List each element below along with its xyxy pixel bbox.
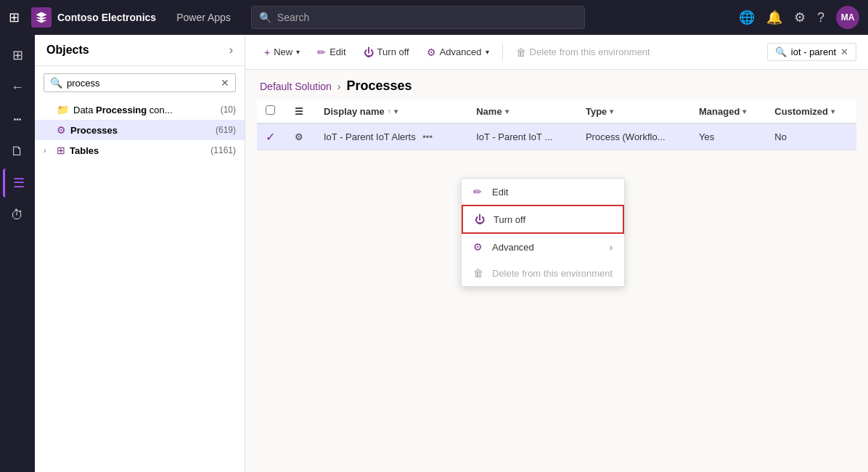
bell-icon[interactable]: 🔔	[766, 9, 782, 25]
power-ctx-icon: ⏻	[475, 213, 486, 225]
power-icon: ⏻	[364, 46, 374, 58]
clear-search-button[interactable]: ✕	[221, 77, 229, 89]
header-name[interactable]: Name ▾	[467, 99, 577, 123]
row-context-menu-button[interactable]: •••	[418, 130, 437, 144]
customized-sort-icon: ▾	[831, 107, 835, 115]
objects-panel: Objects › 🔍 ✕ 📁 Data Processing con... (…	[35, 35, 245, 472]
row-check-cell: ✓	[257, 123, 286, 150]
ctx-delete[interactable]: 🗑 Delete from this environment	[462, 260, 624, 286]
advanced-button[interactable]: ⚙ Advanced ▾	[419, 42, 496, 62]
sort-asc-icon: ↑	[388, 107, 391, 115]
managed-sort-icon: ▾	[742, 107, 746, 115]
turnoff-button[interactable]: ⏻ Turn off	[356, 42, 417, 62]
advanced-ctx-icon: ⚙	[473, 241, 485, 253]
new-button-label: New	[274, 46, 292, 57]
delete-icon: 🗑	[516, 46, 526, 58]
breadcrumb-parent[interactable]: Default Solution	[260, 81, 332, 92]
ctx-turnoff-label: Turn off	[494, 214, 525, 225]
ctx-advanced-label: Advanced	[492, 242, 534, 253]
breadcrumb: Default Solution › Processes	[245, 70, 868, 99]
objects-panel-header: Objects ›	[35, 35, 245, 66]
close-filter-button[interactable]: ✕	[840, 46, 848, 57]
sidebar-item-objects[interactable]: ☰	[3, 168, 32, 198]
brand: Contoso Electronics	[31, 7, 156, 28]
tree-item-tables[interactable]: › ⊞ Tables (1161)	[35, 140, 245, 160]
edit-button[interactable]: ✏ Edit	[310, 42, 353, 62]
filter-value: iot - parent	[791, 46, 836, 57]
main-layout: ⊞ ← ••• 🗋 ☰ ⏱ Objects › 🔍 ✕ 📁 Data Proce…	[0, 35, 868, 472]
header-customized[interactable]: Customized ▾	[766, 99, 856, 123]
tree-item-data-processing[interactable]: 📁 Data Processing con... (10)	[35, 99, 245, 120]
type-sort-icon: ▾	[610, 107, 613, 115]
sidebar-item-apps[interactable]: ⊞	[3, 41, 32, 70]
sidebar-item-back[interactable]: ←	[3, 73, 32, 102]
objects-search-field[interactable]: 🔍 ✕	[44, 73, 236, 92]
advanced-button-label: Advanced	[440, 46, 482, 57]
new-button[interactable]: + New ▾	[257, 42, 307, 62]
sidebar-item-more[interactable]: •••	[3, 105, 32, 134]
apps-grid-icon[interactable]: ⊞	[9, 9, 20, 25]
header-check	[257, 99, 286, 123]
row-type-cell: Process (Workflo...	[577, 123, 690, 150]
row-icon-cell: ⚙	[286, 123, 315, 150]
avatar[interactable]: MA	[836, 6, 859, 29]
header-display-name[interactable]: Display name ↑ ▾	[315, 99, 467, 123]
tree-item-label: Tables	[70, 145, 206, 156]
table-header: ☰ Display name ↑ ▾ Name	[257, 99, 856, 123]
toolbar-separator	[502, 44, 503, 61]
processes-table: ☰ Display name ↑ ▾ Name	[257, 99, 856, 150]
ctx-edit-label: Edit	[492, 187, 508, 198]
ctx-edit[interactable]: ✏ Edit	[462, 179, 624, 205]
sidebar-item-history[interactable]: ⏱	[3, 200, 32, 229]
sidebar-item-pages[interactable]: 🗋	[3, 137, 32, 166]
settings-icon[interactable]: ⚙	[794, 9, 806, 25]
select-all-checkbox[interactable]	[266, 105, 275, 115]
objects-search-input[interactable]	[67, 78, 216, 89]
delete-button-label: Delete from this environment	[530, 46, 650, 57]
ctx-turnoff[interactable]: ⏻ Turn off	[462, 205, 624, 234]
managed-label: Managed	[699, 106, 740, 117]
ctx-advanced[interactable]: ⚙ Advanced ›	[462, 234, 624, 260]
row-name-cell: IoT - Parent IoT ...	[467, 123, 577, 150]
row-customized-cell: No	[766, 123, 856, 150]
row-type: Process (Workflo...	[586, 131, 666, 142]
collapse-panel-button[interactable]: ›	[229, 44, 233, 57]
main-content: + New ▾ ✏ Edit ⏻ Turn off ⚙ Advanced ▾ 🗑…	[245, 35, 868, 472]
app-name: Power Apps	[176, 12, 231, 23]
context-menu: ✏ Edit ⏻ Turn off ⚙ Advanced › 🗑 Delete …	[461, 178, 625, 287]
customized-label: Customized	[774, 106, 828, 117]
delete-ctx-icon: 🗑	[473, 267, 485, 279]
brand-logo	[31, 7, 52, 28]
sort-desc-icon: ▾	[394, 107, 398, 115]
table-icon: ⊞	[57, 145, 65, 156]
header-type[interactable]: Type ▾	[577, 99, 690, 123]
delete-button[interactable]: 🗑 Delete from this environment	[509, 42, 658, 62]
row-customized: No	[774, 131, 787, 142]
header-managed[interactable]: Managed ▾	[690, 99, 766, 123]
name-sort-icon: ▾	[505, 107, 509, 115]
tree-item-processes[interactable]: ⚙ Processes (619)	[35, 120, 245, 140]
search-input[interactable]	[277, 12, 577, 23]
global-search[interactable]: 🔍	[251, 6, 585, 29]
sort-icon: ☰	[295, 106, 303, 117]
tree-item-label: Data Processing con...	[73, 105, 216, 115]
help-icon[interactable]: ?	[817, 10, 824, 25]
objects-panel-title: Objects	[46, 44, 89, 57]
environment-icon[interactable]: 🌐	[739, 9, 755, 25]
tree-item-count: (1161)	[210, 145, 236, 155]
breadcrumb-current: Processes	[347, 78, 412, 94]
folder-icon: 📁	[57, 104, 69, 115]
new-dropdown-icon: ▾	[296, 48, 300, 56]
header-icon: ☰	[286, 99, 315, 123]
row-status-check: ✓	[266, 131, 275, 143]
table-row[interactable]: ✓ ⚙ IoT - Parent IoT Alerts ••• IoT - Pa…	[257, 123, 856, 150]
brand-name: Contoso Electronics	[57, 12, 156, 23]
filter-search-icon: 🔍	[775, 46, 787, 57]
edit-icon: ✏	[317, 46, 326, 58]
top-navigation: ⊞ Contoso Electronics Power Apps 🔍 🌐 🔔 ⚙…	[0, 0, 868, 35]
search-icon: 🔍	[259, 12, 271, 23]
table-container: ☰ Display name ↑ ▾ Name	[245, 99, 868, 150]
filter-search[interactable]: 🔍 iot - parent ✕	[767, 43, 856, 61]
advanced-icon: ⚙	[427, 46, 436, 58]
table-body: ✓ ⚙ IoT - Parent IoT Alerts ••• IoT - Pa…	[257, 123, 856, 150]
